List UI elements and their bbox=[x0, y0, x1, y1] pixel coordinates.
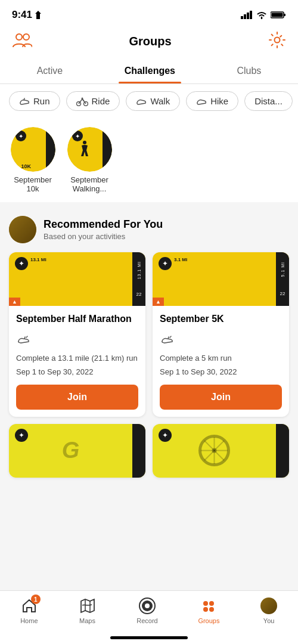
hike-icon bbox=[196, 97, 207, 106]
nav-you[interactable]: You bbox=[260, 597, 278, 624]
card-date: Sep 1 to Sep 30, 2022 bbox=[160, 367, 282, 376]
bottom-nav: 1 Home Maps Record bbox=[0, 590, 298, 644]
filter-walk[interactable]: Walk bbox=[126, 91, 180, 111]
maps-icon bbox=[80, 598, 95, 614]
svg-rect-1 bbox=[241, 16, 243, 19]
walk-icon bbox=[136, 97, 147, 106]
home-badge: 1 bbox=[31, 595, 41, 604]
joined-badge-10k: ✦ 10K ▲ bbox=[11, 127, 55, 172]
run-icon bbox=[160, 332, 176, 346]
people-icon[interactable] bbox=[12, 32, 32, 51]
nav-home-label: Home bbox=[20, 617, 38, 624]
joined-challenges: ✦ 10K ▲ September 10k ✦ bbox=[0, 118, 298, 202]
time-display: 9:41 bbox=[12, 9, 32, 21]
location-icon bbox=[35, 11, 42, 19]
svg-rect-7 bbox=[272, 13, 283, 17]
nav-maps-label: Maps bbox=[79, 617, 95, 624]
avatar bbox=[9, 216, 36, 243]
page-header: Groups bbox=[0, 26, 298, 58]
nav-home[interactable]: 1 Home bbox=[20, 597, 38, 624]
join-button[interactable]: Join bbox=[160, 385, 282, 410]
card-image-partial-1: G ✦ bbox=[9, 424, 145, 478]
home-indicator bbox=[110, 636, 188, 639]
svg-point-8 bbox=[16, 34, 22, 40]
record-icon bbox=[138, 597, 156, 615]
joined-item[interactable]: ✦ ▲ September Walking... bbox=[66, 127, 113, 193]
tab-bar: Active Challenges Clubs bbox=[0, 58, 298, 84]
page-title: Groups bbox=[129, 35, 171, 48]
svg-point-24 bbox=[203, 601, 208, 606]
svg-point-25 bbox=[209, 601, 214, 606]
nav-you-label: You bbox=[263, 617, 275, 624]
join-button[interactable]: Join bbox=[16, 385, 138, 410]
profile-icon bbox=[260, 597, 277, 614]
groups-icon bbox=[200, 599, 217, 612]
challenge-card-partial: G ✦ bbox=[9, 424, 145, 478]
card-description: Complete a 13.1 mile (21.1 km) run bbox=[16, 353, 138, 364]
svg-point-26 bbox=[203, 607, 208, 612]
svg-point-13 bbox=[81, 97, 83, 99]
svg-rect-2 bbox=[244, 14, 246, 19]
svg-rect-3 bbox=[247, 13, 249, 19]
signal-icon bbox=[241, 11, 253, 19]
card-image-5k: 5.1 MI 22 ✦ 3.1 MI ▲ bbox=[153, 252, 289, 306]
svg-rect-6 bbox=[284, 14, 285, 16]
svg-marker-0 bbox=[35, 11, 41, 19]
shoe-icon bbox=[19, 97, 30, 106]
joined-grid: ✦ 10K ▲ September 10k ✦ bbox=[9, 127, 289, 193]
nav-record[interactable]: Record bbox=[136, 597, 157, 624]
bike-icon bbox=[76, 97, 88, 106]
recommended-header: Recommended For You Based on your activi… bbox=[9, 216, 289, 243]
wifi-icon bbox=[256, 11, 267, 19]
card-description: Complete a 5 km run bbox=[160, 353, 282, 364]
status-bar: 9:41 bbox=[0, 0, 298, 26]
recommended-title: Recommended For You bbox=[44, 218, 163, 231]
run-icon bbox=[16, 332, 33, 346]
status-icons bbox=[241, 11, 286, 19]
tab-clubs[interactable]: Clubs bbox=[225, 58, 273, 83]
tab-challenges[interactable]: Challenges bbox=[113, 58, 187, 83]
status-time: 9:41 bbox=[12, 9, 42, 21]
svg-point-23 bbox=[145, 603, 150, 608]
recommended-subtitle: Based on your activities bbox=[44, 232, 163, 241]
svg-point-14 bbox=[83, 141, 86, 144]
joined-badge-walking: ✦ ▲ bbox=[67, 127, 112, 172]
challenge-card: 5.1 MI 22 ✦ 3.1 MI ▲ September 5K bbox=[153, 252, 289, 417]
card-date: Sep 1 to Sep 30, 2022 bbox=[16, 367, 138, 376]
nav-maps[interactable]: Maps bbox=[79, 597, 97, 624]
svg-rect-4 bbox=[250, 11, 252, 19]
recommended-section: Recommended For You Based on your activi… bbox=[0, 207, 298, 537]
settings-icon[interactable] bbox=[268, 31, 286, 51]
nav-groups-label: Groups bbox=[198, 617, 219, 624]
card-image-partial-2: ✦ bbox=[153, 424, 289, 478]
joined-item[interactable]: ✦ 10K ▲ September 10k bbox=[9, 127, 57, 193]
filter-distance[interactable]: Dista... bbox=[244, 91, 293, 111]
card-title: September Half Marathon bbox=[16, 313, 138, 326]
more-cards-row: G ✦ bbox=[9, 424, 289, 537]
wheel-icon bbox=[198, 434, 231, 467]
svg-point-10 bbox=[275, 38, 280, 43]
cards-grid: 13.1 MI 22 ✦ 13.1 MI ▲ September Half Ma… bbox=[9, 252, 289, 424]
filter-hike[interactable]: Hike bbox=[186, 91, 238, 111]
filter-ride[interactable]: Ride bbox=[66, 91, 120, 111]
svg-point-9 bbox=[23, 34, 29, 40]
tab-active[interactable]: Active bbox=[25, 58, 75, 83]
battery-icon bbox=[271, 11, 286, 19]
challenge-card-partial: ✦ bbox=[153, 424, 289, 478]
card-title: September 5K bbox=[160, 313, 282, 326]
card-image-half-marathon: 13.1 MI 22 ✦ 13.1 MI ▲ bbox=[9, 252, 145, 306]
nav-record-label: Record bbox=[136, 617, 157, 624]
joined-label-walking: September Walking... bbox=[66, 175, 113, 193]
svg-point-27 bbox=[209, 607, 214, 612]
challenge-card: 13.1 MI 22 ✦ 13.1 MI ▲ September Half Ma… bbox=[9, 252, 145, 417]
joined-label-10k: September 10k bbox=[9, 175, 57, 193]
scroll-content: Groups Active Challenges Clubs Run bbox=[0, 26, 298, 590]
filter-run[interactable]: Run bbox=[9, 91, 60, 111]
nav-groups[interactable]: Groups bbox=[198, 597, 219, 624]
filter-bar: Run Ride Walk Hike Dista... bbox=[0, 84, 298, 118]
